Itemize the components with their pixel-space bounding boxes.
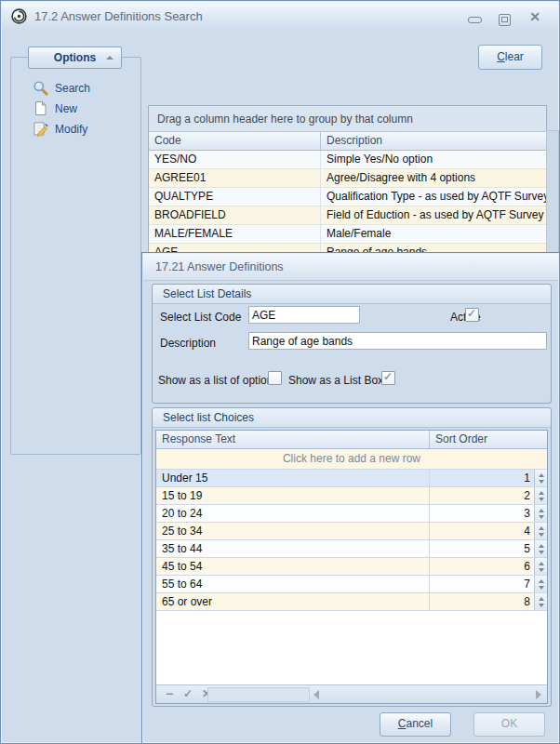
- minimize-icon[interactable]: [468, 17, 482, 23]
- response-text-cell: Under 15: [156, 470, 430, 486]
- description-label: Description: [160, 336, 216, 351]
- sort-order-cell: 4: [430, 523, 547, 539]
- response-text-cell: 35 to 44: [156, 540, 430, 557]
- spin-up-icon[interactable]: [539, 562, 544, 565]
- active-checkbox[interactable]: [465, 308, 479, 322]
- grid-rows: YES/NO Simple Yes/No option AGREE01 Agre…: [149, 151, 546, 262]
- sort-order-value: 2: [430, 487, 534, 504]
- spin-down-icon[interactable]: [539, 533, 544, 537]
- sort-order-spinner[interactable]: [534, 470, 547, 486]
- table-row[interactable]: AGREE01 Agree/Disagree with 4 options: [149, 169, 546, 188]
- list-item[interactable]: Under 15 1: [156, 470, 547, 487]
- list-item[interactable]: 15 to 19 2: [156, 487, 547, 505]
- options-panel-header[interactable]: Options: [28, 46, 122, 69]
- list-item[interactable]: 65 or over 8: [156, 593, 547, 611]
- spin-up-icon[interactable]: [539, 579, 544, 583]
- sort-order-value: 5: [430, 540, 534, 557]
- show-listbox-checkbox[interactable]: [381, 371, 395, 385]
- dialog-title: 17.21 Answer Definitions: [155, 260, 284, 273]
- spin-up-icon[interactable]: [539, 473, 544, 477]
- table-row[interactable]: YES/NO Simple Yes/No option: [149, 151, 546, 169]
- scrollbar-thumb[interactable]: [207, 687, 310, 702]
- options-item-modify[interactable]: Modify: [29, 120, 133, 139]
- cancel-button[interactable]: Cancel: [380, 712, 451, 737]
- spin-up-icon[interactable]: [539, 597, 544, 601]
- spin-down-icon[interactable]: [539, 586, 544, 590]
- select-list-code-label: Select List Code: [160, 310, 241, 325]
- column-header-response-text[interactable]: Response Text: [156, 431, 430, 448]
- spin-up-icon[interactable]: [539, 526, 544, 530]
- response-text-cell: 25 to 34: [156, 523, 430, 539]
- scroll-left-icon[interactable]: [313, 690, 319, 699]
- sort-order-spinner[interactable]: [534, 576, 547, 592]
- options-item-new[interactable]: New: [29, 100, 133, 118]
- choices-header-row: Response Text Sort Order: [156, 431, 547, 449]
- spin-down-icon[interactable]: [539, 515, 544, 519]
- code-cell: BROADFIELD: [149, 206, 321, 224]
- description-input[interactable]: [248, 332, 547, 350]
- grid-header-row: Code Description: [149, 132, 546, 151]
- spin-up-icon[interactable]: [539, 544, 544, 548]
- list-item[interactable]: 45 to 54 6: [156, 558, 547, 576]
- list-item[interactable]: 20 to 24 3: [156, 505, 547, 523]
- description-cell: Agree/Disagree with 4 options: [321, 169, 546, 187]
- list-item[interactable]: 55 to 64 7: [156, 576, 547, 593]
- choices-rows: Under 15 1 15 to 19 2: [156, 470, 547, 611]
- list-item[interactable]: 35 to 44 5: [156, 540, 547, 558]
- dialog-titlebar[interactable]: 17.21 Answer Definitions: [143, 254, 558, 281]
- sort-order-cell: 8: [430, 593, 547, 610]
- response-text-cell: 20 to 24: [156, 505, 430, 522]
- spin-down-icon[interactable]: [539, 568, 544, 572]
- sort-order-value: 3: [430, 505, 534, 522]
- sort-order-value: 6: [430, 558, 534, 575]
- spin-down-icon[interactable]: [539, 480, 544, 484]
- column-header-description[interactable]: Description: [321, 132, 546, 150]
- grid-vertical-scrollbar[interactable]: [546, 130, 559, 257]
- description-cell: Male/Female: [321, 225, 546, 243]
- sort-order-spinner[interactable]: [534, 558, 547, 575]
- choices-grid: Response Text Sort Order Click here to a…: [155, 430, 548, 704]
- column-header-code[interactable]: Code: [149, 132, 321, 150]
- answer-definitions-grid: Drag a column header here to group by th…: [148, 105, 547, 263]
- description-cell: Qualification Type - as used by AQTF Sur…: [321, 188, 546, 206]
- new-document-icon: [33, 100, 48, 116]
- horizontal-scrollbar[interactable]: [310, 685, 547, 703]
- column-header-sort-order[interactable]: Sort Order: [430, 431, 547, 448]
- table-row[interactable]: BROADFIELD Field of Eduction - as used b…: [149, 206, 546, 225]
- spin-down-icon[interactable]: [539, 604, 544, 607]
- select-list-code-input[interactable]: [248, 306, 360, 324]
- spin-up-icon[interactable]: [539, 509, 544, 512]
- scroll-right-icon[interactable]: [536, 690, 541, 699]
- maximize-icon[interactable]: [499, 14, 511, 26]
- choices-groupbox: Select list Choices Response Text Sort O…: [152, 407, 552, 707]
- sort-order-cell: 6: [430, 558, 547, 575]
- spin-up-icon[interactable]: [539, 491, 544, 495]
- sort-order-spinner[interactable]: [534, 505, 547, 522]
- show-options-checkbox[interactable]: [268, 371, 282, 385]
- table-row[interactable]: MALE/FEMALE Male/Female: [149, 225, 546, 244]
- group-by-hint[interactable]: Drag a column header here to group by th…: [149, 106, 546, 132]
- sort-order-spinner[interactable]: [534, 540, 547, 557]
- details-groupbox-header: Select List Details: [153, 285, 551, 304]
- details-groupbox: Select List Details Select List Code Act…: [152, 284, 552, 404]
- table-row[interactable]: QUALTYPE Qualification Type - as used by…: [149, 188, 546, 206]
- options-item-search[interactable]: Search: [29, 79, 133, 98]
- show-listbox-label: Show as a List Box: [288, 373, 383, 388]
- main-titlebar[interactable]: 17.2 Answer Definitions Search ✕: [2, 2, 558, 30]
- ok-button[interactable]: OK: [473, 712, 545, 737]
- spin-down-icon[interactable]: [539, 498, 544, 501]
- chevron-up-icon: [106, 56, 113, 60]
- show-options-label: Show as a list of options: [158, 373, 278, 388]
- sort-order-spinner[interactable]: [534, 487, 547, 504]
- delete-row-icon[interactable]: −: [162, 685, 177, 703]
- sort-order-cell: 2: [430, 487, 547, 504]
- clear-button[interactable]: Clear: [478, 45, 542, 70]
- list-item[interactable]: 25 to 34 4: [156, 523, 547, 540]
- add-new-row[interactable]: Click here to add a new row: [156, 449, 547, 470]
- close-icon[interactable]: ✕: [526, 8, 544, 25]
- sort-order-spinner[interactable]: [534, 523, 547, 539]
- post-edit-icon[interactable]: ✓: [180, 685, 195, 703]
- cancel-button-label: Cancel: [380, 713, 450, 735]
- sort-order-spinner[interactable]: [534, 593, 547, 610]
- spin-down-icon[interactable]: [539, 551, 544, 554]
